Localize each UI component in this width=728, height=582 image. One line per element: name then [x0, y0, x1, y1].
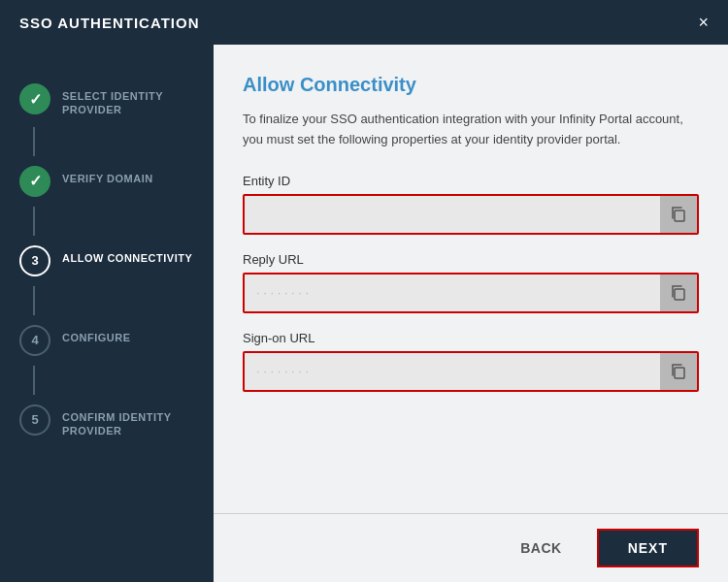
entity-id-copy-button[interactable] [660, 196, 697, 233]
step-label-4: CONFIGURE [62, 325, 131, 344]
step-circle-5: 5 [19, 404, 50, 436]
entity-id-input[interactable] [245, 196, 660, 233]
footer: BACK NEXT [214, 513, 728, 582]
back-button[interactable]: BACK [501, 529, 580, 567]
entity-id-input-wrapper [243, 194, 699, 235]
sidebar-item-select-identity-provider[interactable]: ✓ SELECT IDENTITYPROVIDER [0, 74, 214, 127]
entity-id-label: Entity ID [243, 174, 699, 188]
copy-icon-2 [670, 284, 687, 302]
close-button[interactable]: × [698, 14, 709, 31]
step-circle-3: 3 [19, 245, 50, 276]
copy-icon-3 [670, 363, 687, 380]
signon-url-input-wrapper [243, 351, 699, 392]
content-main: Allow Connectivity To finalize your SSO … [214, 45, 728, 513]
step-connector-1-2 [33, 127, 35, 156]
reply-url-input-wrapper [243, 273, 699, 313]
reply-url-input[interactable] [245, 275, 660, 311]
signon-url-label: Sign-on URL [243, 331, 699, 345]
entity-id-group: Entity ID [243, 174, 699, 235]
step-circle-1: ✓ [19, 83, 50, 114]
sidebar-item-confirm-identity-provider[interactable]: 5 CONFIRM IDENTITYPROVIDER [0, 395, 214, 448]
step-label-2: VERIFY DOMAIN [62, 166, 153, 185]
content-description: To finalize your SSO authentication inte… [243, 110, 699, 150]
next-button[interactable]: NEXT [597, 529, 699, 567]
sidebar-item-allow-connectivity[interactable]: 3 ALLOW CONNECTIVITY [0, 236, 214, 286]
reply-url-copy-button[interactable] [660, 275, 697, 311]
signon-url-group: Sign-on URL [243, 331, 699, 392]
step-label-1: SELECT IDENTITYPROVIDER [62, 83, 163, 117]
sso-modal: SSO AUTHENTICATION × ✓ SELECT IDENTITYPR… [0, 0, 728, 582]
step-label-3: ALLOW CONNECTIVITY [62, 245, 192, 265]
step-connector-2-3 [33, 207, 35, 236]
svg-rect-2 [675, 368, 684, 378]
copy-icon [670, 206, 687, 223]
sidebar-item-verify-domain[interactable]: ✓ VERIFY DOMAIN [0, 156, 214, 207]
signon-url-input[interactable] [245, 353, 660, 390]
signon-url-copy-button[interactable] [660, 353, 697, 390]
step-circle-2: ✓ [19, 166, 50, 197]
content-area: Allow Connectivity To finalize your SSO … [214, 45, 728, 582]
svg-rect-0 [675, 210, 684, 221]
svg-rect-1 [675, 289, 684, 300]
sidebar: ✓ SELECT IDENTITYPROVIDER ✓ VERIFY DOMAI… [0, 45, 214, 582]
step-circle-4: 4 [19, 325, 50, 356]
step-label-5: CONFIRM IDENTITYPROVIDER [62, 404, 172, 438]
content-title: Allow Connectivity [243, 74, 699, 96]
step-connector-3-4 [33, 286, 35, 315]
reply-url-label: Reply URL [243, 252, 699, 267]
step-connector-4-5 [33, 366, 35, 395]
modal-body: ✓ SELECT IDENTITYPROVIDER ✓ VERIFY DOMAI… [0, 45, 728, 582]
sidebar-item-configure[interactable]: 4 CONFIGURE [0, 315, 214, 366]
reply-url-group: Reply URL [243, 252, 699, 313]
modal-title: SSO AUTHENTICATION [19, 15, 200, 31]
modal-header: SSO AUTHENTICATION × [0, 0, 728, 45]
